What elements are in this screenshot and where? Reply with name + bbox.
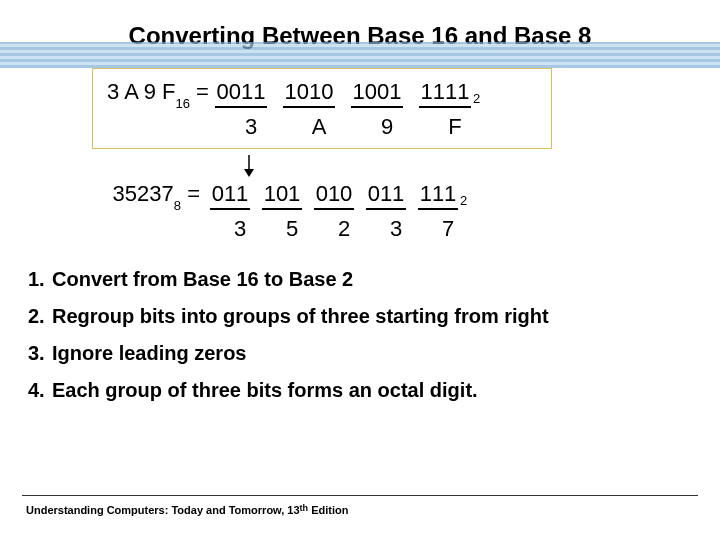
- hex-label: 3: [225, 114, 277, 140]
- step-item: 3.Ignore leading zeros: [28, 342, 720, 365]
- octal-digit-labels: 3 5 2 3 7: [220, 216, 592, 242]
- step-item: 4.Each group of three bits forms an octa…: [28, 379, 720, 402]
- footer-ordinal: th: [300, 503, 309, 513]
- hex-binary-row: 3 A 9 F16 = 0011 1010 1001 1111 2: [107, 79, 537, 108]
- hex-value: 3 A 9 F: [107, 79, 176, 104]
- step-number: 4.: [28, 379, 52, 402]
- octal-value: 35237: [113, 181, 174, 206]
- bin-group: 1010: [283, 79, 335, 108]
- equals-sign: =: [181, 181, 200, 206]
- step-item: 1.Convert from Base 16 to Base 2: [28, 268, 720, 291]
- step-item: 2.Regroup bits into groups of three star…: [28, 305, 720, 328]
- bin-group-3: 011: [366, 181, 406, 210]
- binary-base-subscript: 2: [473, 91, 480, 106]
- step-number: 3.: [28, 342, 52, 365]
- footer-suffix: Edition: [308, 504, 348, 516]
- bin-group: 0011: [215, 79, 267, 108]
- step-text: Convert from Base 16 to Base 2: [52, 268, 353, 290]
- step-text: Ignore leading zeros: [52, 342, 246, 364]
- octal-label: 5: [272, 216, 312, 242]
- binary-to-octal-block: 352378 = 011 101 010 011 111 2 3 5 2 3 7: [92, 181, 592, 242]
- bin-group-3: 101: [262, 181, 302, 210]
- octal-base-subscript: 8: [174, 198, 181, 213]
- hex-value-lhs: 3 A 9 F16 =: [107, 79, 209, 107]
- binary-groups-3bit: 011 101 010 011 111: [210, 181, 458, 210]
- octal-label: 7: [428, 216, 468, 242]
- binary-groups-4bit: 0011 1010 1001 1111: [215, 79, 471, 108]
- octal-label: 2: [324, 216, 364, 242]
- footer-divider: [22, 495, 698, 496]
- bin-group-3: 011: [210, 181, 250, 210]
- footer-prefix: Understanding Computers: Today and Tomor…: [26, 504, 300, 516]
- hex-digit-labels: 3 A 9 F: [225, 114, 537, 140]
- step-text: Each group of three bits forms an octal …: [52, 379, 478, 401]
- hex-to-binary-panel: 3 A 9 F16 = 0011 1010 1001 1111 2 3 A 9 …: [92, 68, 552, 149]
- svg-marker-1: [244, 169, 254, 177]
- octal-label: 3: [376, 216, 416, 242]
- bin-group-3: 111: [418, 181, 458, 210]
- footer-text: Understanding Computers: Today and Tomor…: [26, 504, 348, 516]
- octal-label: 3: [220, 216, 260, 242]
- arrow-down-icon: [242, 155, 720, 177]
- octal-value-lhs: 352378 =: [92, 181, 210, 209]
- octal-binary-row: 352378 = 011 101 010 011 111 2: [92, 181, 592, 210]
- step-text: Regroup bits into groups of three starti…: [52, 305, 549, 327]
- bin-group: 1001: [351, 79, 403, 108]
- binary-base-subscript: 2: [460, 193, 467, 208]
- hex-base-subscript: 16: [176, 96, 190, 111]
- conversion-steps-list: 1.Convert from Base 16 to Base 2 2.Regro…: [28, 268, 720, 402]
- hex-label: 9: [361, 114, 413, 140]
- hex-label: A: [293, 114, 345, 140]
- step-number: 1.: [28, 268, 52, 291]
- equals-sign: =: [190, 79, 209, 104]
- step-number: 2.: [28, 305, 52, 328]
- decorative-stripe: [0, 42, 720, 68]
- bin-group-3: 010: [314, 181, 354, 210]
- hex-label: F: [429, 114, 481, 140]
- bin-group: 1111: [419, 79, 471, 108]
